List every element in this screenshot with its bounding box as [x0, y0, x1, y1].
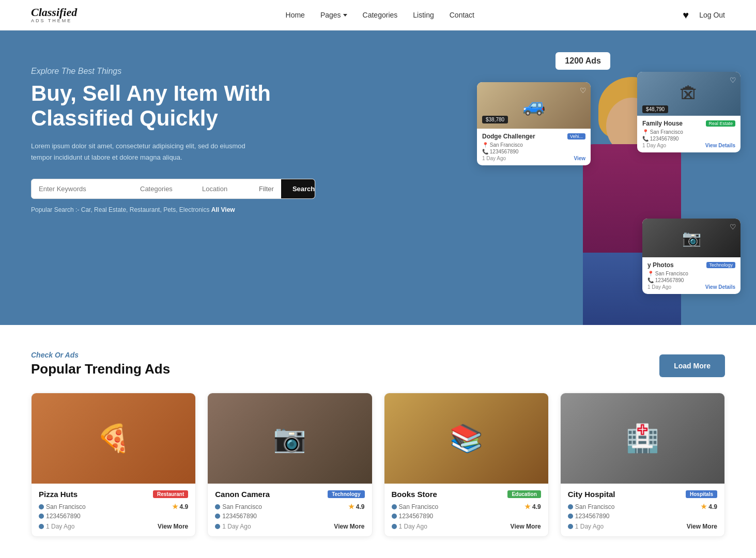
ad-card-view-hospital[interactable]: View More [687, 523, 717, 530]
ad-card-img-books: 📚 [384, 393, 548, 484]
card-photos-heart-icon[interactable]: ♡ [730, 223, 736, 231]
time-dot-icon [215, 524, 220, 529]
nav-pages[interactable]: Pages [320, 11, 347, 19]
ad-card-title-row-books: Books Store Education [392, 490, 541, 499]
chevron-down-icon [343, 14, 347, 17]
heart-icon[interactable]: ♥ [683, 9, 689, 21]
ad-card-footer-books: 1 Day Ago View More [392, 523, 541, 530]
ad-card-badge-books: Education [507, 490, 541, 498]
ad-card-location-pizza: San Francisco [39, 503, 86, 510]
ad-card-time-hospital: 1 Day Ago [568, 523, 604, 530]
location-input[interactable] [195, 180, 252, 198]
card-photos-body: y Photos Technology 📍 San Francisco 📞 12… [642, 257, 740, 294]
card-heart-icon[interactable]: ♡ [580, 86, 587, 95]
ad-card-footer-camera: 1 Day Ago View More [215, 523, 364, 530]
location-dot-icon [215, 504, 220, 509]
brand-logo[interactable]: Classified Ads Theme [31, 6, 77, 24]
card-house-name: Family House [642, 120, 683, 127]
hero-content: Explore The Best Things Buy, Sell Any It… [31, 67, 315, 213]
time-dot-icon [39, 524, 44, 529]
card-dodge-view[interactable]: View [574, 156, 585, 161]
trending-header: Check Or Ads Popular Trending Ads Load M… [31, 351, 725, 377]
ad-card-view-camera[interactable]: View More [334, 523, 364, 530]
ad-card-rating-pizza: ★ 4.9 [172, 503, 189, 510]
all-view-link[interactable]: All View [211, 206, 235, 213]
ad-card-phone-hospital: 1234567890 [568, 513, 717, 520]
card-house-price: $48,790 [642, 105, 668, 113]
ad-card-title-row-pizza: Pizza Huts Restaurant [39, 490, 188, 499]
hero-card-dodge: $38,780 ♡ Dodge Challenger Vehi... 📍 San… [477, 82, 591, 165]
nav-home[interactable]: Home [286, 11, 305, 19]
phone-dot-icon [39, 514, 44, 519]
location-dot-icon [39, 504, 44, 509]
phone-dot-icon [568, 514, 573, 519]
ad-card-books: 📚 Books Store Education San Francisco ★ … [384, 393, 549, 537]
trending-section: Check Or Ads Popular Trending Ads Load M… [0, 325, 756, 558]
ad-card-view-pizza[interactable]: View More [158, 523, 188, 530]
navbar: Classified Ads Theme Home Pages Categori… [0, 0, 756, 30]
search-button[interactable]: Search [281, 179, 315, 198]
trending-header-left: Check Or Ads Popular Trending Ads [31, 351, 170, 377]
time-dot-icon [392, 524, 397, 529]
phone-dot-icon [215, 514, 220, 519]
hero-card-house: $48,790 ♡ Family House Real Estate 📍 San… [637, 72, 740, 152]
location-dot-icon [568, 504, 573, 509]
ad-card-footer-hospital: 1 Day Ago View More [568, 523, 717, 530]
ad-card-img-camera: 📷 [208, 393, 372, 484]
logout-button[interactable]: Log Out [699, 11, 725, 19]
star-icon: ★ [524, 503, 531, 510]
categories-input[interactable] [133, 180, 195, 198]
ad-card-name-pizza: Pizza Huts [39, 490, 78, 499]
navbar-right: ♥ Log Out [683, 9, 725, 21]
ad-card-hospital: 🏥 City Hospital Hospitals San Francisco … [560, 393, 725, 537]
card-photos-phone: 📞 1234567890 [647, 277, 735, 283]
nav-categories[interactable]: Categories [363, 11, 398, 19]
card-dodge-badge: Vehi... [567, 133, 585, 140]
ad-card-name-hospital: City Hospital [568, 490, 615, 499]
card-dodge-image: $38,780 ♡ [477, 82, 591, 129]
popular-search: Popular Search :- Car, Real Estate, Rest… [31, 206, 315, 213]
card-house-body: Family House Real Estate 📍 San Francisco… [637, 116, 740, 152]
hero-subtitle: Explore The Best Things [31, 67, 315, 76]
logo-main-text: Classified [31, 6, 77, 19]
nav-listing[interactable]: Listing [413, 11, 434, 19]
check-label: Check Or Ads [31, 351, 170, 359]
card-house-view[interactable]: View Details [705, 143, 735, 148]
search-bar: Filter Search [31, 179, 315, 199]
card-photos-image: ♡ [642, 219, 740, 257]
card-dodge-body: Dodge Challenger Vehi... 📍 San Francisco… [477, 129, 591, 165]
ad-card-phone-books: 1234567890 [392, 513, 541, 520]
ad-card-badge-hospital: Hospitals [686, 490, 717, 498]
popular-search-text: Popular Search :- Car, Real Estate, Rest… [31, 206, 210, 213]
card-photos-view[interactable]: View Details [705, 284, 735, 290]
card-dodge-location: 📍 San Francisco [482, 142, 585, 148]
ad-card-phone-camera: 1234567890 [215, 513, 364, 520]
filter-button[interactable]: Filter [252, 180, 281, 198]
ad-card-time-pizza: 1 Day Ago [39, 523, 74, 530]
card-house-image: $48,790 ♡ [637, 72, 740, 116]
load-more-button[interactable]: Load More [659, 354, 725, 377]
ad-card-rating-camera: ★ 4.9 [348, 503, 365, 510]
hero-description: Lorem ipsum dolor sit amet, consectetur … [31, 141, 264, 163]
card-price-tag: $38,780 [482, 116, 508, 123]
ad-card-info-row-hospital: San Francisco ★ 4.9 [568, 503, 717, 510]
ad-card-emoji-hospital: 🏥 [626, 423, 659, 454]
search-input[interactable] [32, 180, 133, 198]
nav-links: Home Pages Categories Listing Contact [286, 11, 474, 19]
location-dot-icon [392, 504, 397, 509]
ad-card-info-row-books: San Francisco ★ 4.9 [392, 503, 541, 510]
ad-card-location-books: San Francisco [392, 503, 439, 510]
star-icon: ★ [348, 503, 354, 510]
card-house-location: 📍 San Francisco [642, 129, 735, 135]
nav-contact[interactable]: Contact [450, 11, 474, 19]
card-dodge-name: Dodge Challenger [482, 133, 535, 140]
ad-card-emoji-camera: 📷 [273, 423, 306, 454]
ad-card-location-hospital: San Francisco [568, 503, 615, 510]
ad-card-title-row-camera: Canon Camera Technology [215, 490, 364, 499]
card-house-heart-icon[interactable]: ♡ [730, 76, 736, 84]
ad-card-view-books[interactable]: View More [511, 523, 541, 530]
ad-card-name-books: Books Store [392, 490, 437, 499]
ad-cards-grid: 🍕 Pizza Huts Restaurant San Francisco ★ … [31, 393, 725, 537]
time-dot-icon [568, 524, 573, 529]
ad-card-badge-camera: Technology [328, 490, 364, 498]
